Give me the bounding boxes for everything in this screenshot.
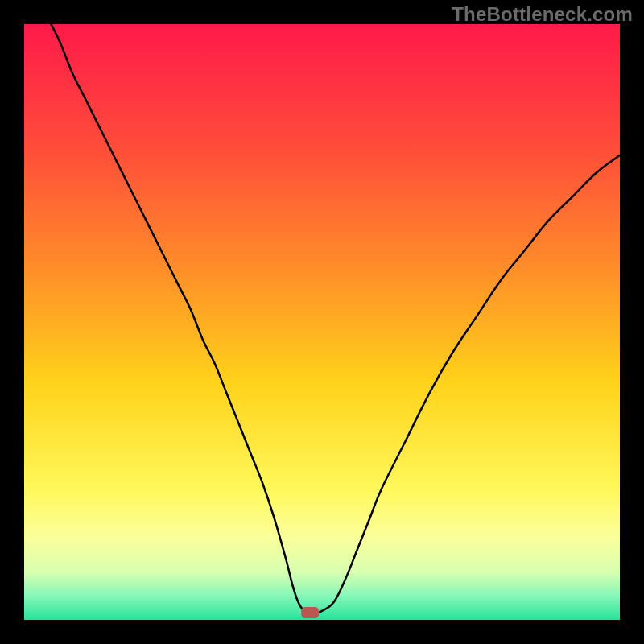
marker-point — [301, 607, 319, 618]
chart-frame: TheBottleneck.com — [0, 0, 644, 644]
plot-bg — [24, 24, 620, 620]
chart-svg — [0, 0, 644, 644]
watermark-label: TheBottleneck.com — [452, 3, 633, 26]
